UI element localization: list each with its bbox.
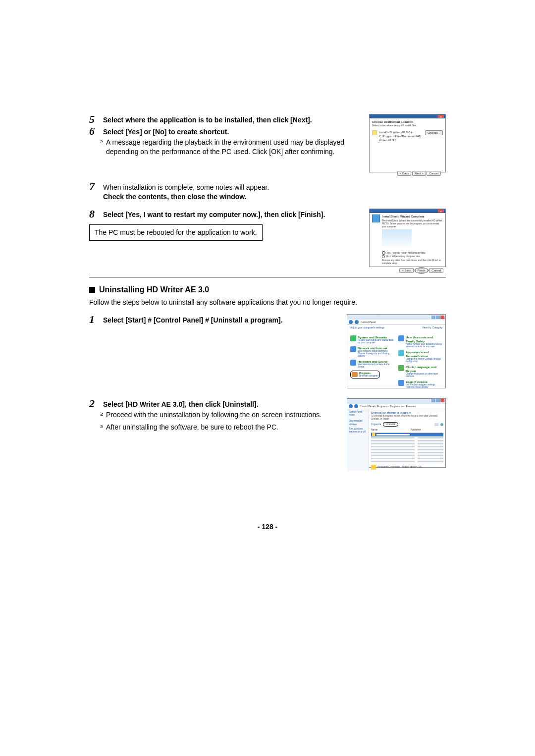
monitor-icon [398, 350, 404, 356]
cancel-button[interactable]: Cancel [429, 268, 443, 273]
close-icon[interactable]: × [438, 115, 444, 118]
cp-item-users[interactable]: User Accounts and Family SafetyAdd or re… [398, 335, 442, 348]
section-intro: Follow the steps below to uninstall any … [89, 298, 446, 307]
users-icon [398, 335, 404, 341]
printer-icon [350, 360, 356, 366]
radio-icon [382, 255, 385, 258]
list-header: NamePublisher [371, 428, 443, 432]
list-row[interactable] [371, 458, 443, 460]
bullet-item: A message regarding the playback in the … [100, 138, 361, 157]
step-7: 7 When installation is complete, some no… [89, 181, 282, 202]
sidebar-link[interactable]: Control Panel Home [349, 411, 367, 417]
ease-icon [398, 380, 404, 386]
step-5: 5 Select where the application is to be … [89, 114, 361, 125]
organize-button[interactable]: Organize [371, 423, 381, 426]
cp-item-network[interactable]: Network and InternetView network status … [350, 346, 394, 358]
step-num: 7 [89, 181, 98, 202]
step-text: Select [Yes] or [No] to create shortcut. [103, 126, 361, 137]
sidebar-link[interactable]: Turn Windows features on or off [349, 428, 367, 433]
cp-item-hardware[interactable]: Hardware and SoundView devices and print… [350, 360, 394, 369]
step-num: 1 [89, 314, 98, 325]
radio-restart-later[interactable]: No, I will restart my computer later. [382, 255, 443, 258]
cp-item-programs-highlight[interactable]: ProgramsUninstall a program [350, 371, 380, 378]
finish-button[interactable]: Finish [415, 268, 428, 273]
minimize-icon[interactable] [431, 316, 435, 319]
step-6: 6 Select [Yes] or [No] to create shortcu… [89, 126, 361, 137]
change-button[interactable]: Change... [425, 130, 443, 135]
step-num: 6 [89, 126, 98, 137]
clock-icon [398, 365, 404, 371]
nav-back-icon[interactable] [349, 320, 353, 324]
close-icon[interactable]: × [438, 210, 444, 213]
back-button[interactable]: < Back [397, 171, 412, 176]
list-row[interactable] [371, 449, 443, 451]
nav-fwd-icon[interactable] [354, 404, 358, 408]
breadcrumb: Control Panel [347, 320, 445, 325]
sidebar-link[interactable]: View installed updates [349, 420, 367, 426]
list-row[interactable] [371, 437, 443, 439]
dialog-heading: InstallShield Wizard Complete [382, 215, 443, 218]
list-row[interactable] [371, 440, 443, 442]
heading-text: Uninstalling HD Writer AE 3.0 [99, 284, 209, 295]
view-icon[interactable] [434, 423, 438, 426]
maximize-icon[interactable] [436, 399, 440, 402]
step-text: Select [HD Writer AE 3.0], then click [U… [103, 398, 339, 409]
step-text: Select where the application is to be in… [103, 114, 361, 125]
step-text-plain: When installation is complete, some note… [103, 183, 269, 191]
bullet-dot-icon [100, 423, 103, 432]
cp-item-clock[interactable]: Clock, Language, and RegionChange keyboa… [398, 365, 442, 378]
next-button[interactable]: Next > [412, 171, 426, 176]
bullet-text: Proceed with the uninstallation by follo… [106, 410, 339, 420]
step-text: Select [Start] # [Control Panel] # [Unin… [103, 314, 339, 325]
step-num: 2 [89, 398, 98, 409]
window-chrome [347, 399, 445, 404]
square-bullet-icon [89, 287, 95, 293]
bullet-text: After uninstalling the software, be sure… [106, 423, 339, 432]
back-button[interactable]: < Back [399, 268, 414, 273]
list-row[interactable] [371, 452, 443, 454]
list-row[interactable] [371, 461, 443, 463]
bullet-item: Proceed with the uninstallation by follo… [100, 410, 339, 420]
screenshot-finish-dialog: × InstallShield Wizard Complete The Inst… [369, 209, 446, 267]
list-row-selected[interactable] [371, 433, 443, 436]
program-icon [372, 215, 380, 222]
dialog-message: The InstallShield Wizard has successfull… [382, 219, 443, 228]
close-icon[interactable] [440, 399, 444, 402]
app-icon [371, 465, 376, 470]
radio-circle-highlight [382, 251, 385, 255]
finish-button-highlight: Finish [415, 268, 428, 273]
main-sub: To uninstall a program, select it from t… [371, 415, 443, 421]
list-row[interactable] [371, 443, 443, 445]
cp-item-ease[interactable]: Ease of AccessLet Windows suggest settin… [398, 380, 442, 389]
close-icon[interactable] [440, 316, 444, 319]
cancel-button[interactable]: Cancel [427, 171, 441, 176]
bullet-item: After uninstalling the software, be sure… [100, 423, 339, 432]
step-text-bold: Check the contents, then close the windo… [103, 193, 247, 201]
app-icon [372, 433, 375, 436]
install-path: C:\Program Files\Panasonic\HD Writer AE … [379, 134, 423, 142]
cp-item-system[interactable]: System and SecurityReview your computer'… [350, 335, 394, 344]
page-number: - 128 - [89, 522, 446, 532]
list-row[interactable] [371, 455, 443, 457]
nav-back-icon[interactable] [349, 404, 353, 408]
toolbar: Organize Uninstall [371, 422, 443, 427]
help-icon[interactable] [440, 423, 443, 426]
step-text: Select [Yes, I want to restart my comput… [103, 209, 361, 219]
minimize-icon[interactable] [431, 399, 435, 402]
radio-restart-now[interactable]: Yes, I want to restart my computer now. [382, 251, 443, 255]
bullet-text: A message regarding the playback in the … [106, 138, 361, 157]
cp-heading: Adjust your computer's settings [350, 326, 384, 329]
dialog-titlebar: × [370, 209, 445, 213]
uninstall-step-1: 1 Select [Start] # [Control Panel] # [Un… [89, 314, 339, 325]
maximize-icon[interactable] [436, 316, 440, 319]
disk-icon [372, 130, 377, 135]
box-icon [352, 372, 358, 377]
note-box: The PC must be rebooted for the applicat… [89, 224, 263, 241]
window-chrome [347, 315, 445, 320]
cp-item-appearance[interactable]: Appearance and PersonalizationChange the… [398, 350, 442, 363]
nav-fwd-icon[interactable] [355, 320, 359, 324]
dialog-heading: Choose Destination Location [372, 120, 443, 124]
uninstall-button-highlight[interactable]: Uninstall [383, 422, 398, 427]
step-8: 8 Select [Yes, I want to restart my comp… [89, 209, 361, 219]
list-row[interactable] [371, 446, 443, 448]
